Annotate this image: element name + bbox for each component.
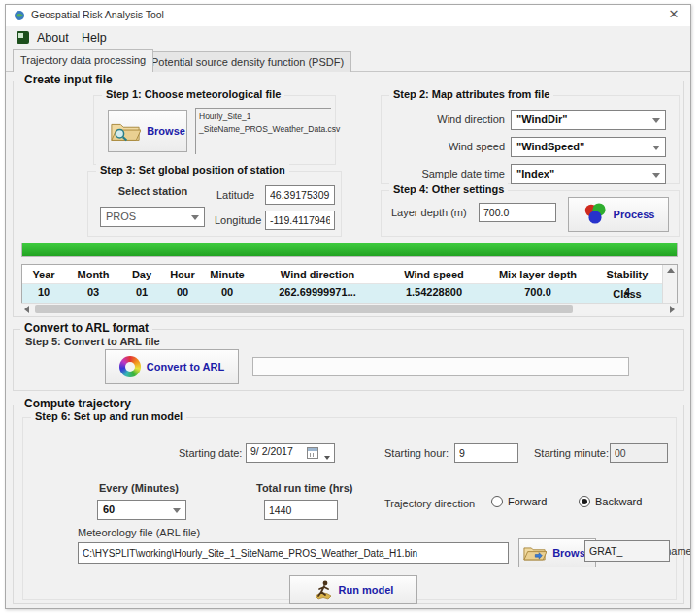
group-compute-trajectory: Compute trajectory Step 6: Set up and ru… [13,405,684,604]
calendar-icon [307,447,318,459]
run-model-button[interactable]: Run model [289,575,417,604]
forward-label: Forward [508,496,547,507]
step3-title: Step 3: Set global position of station [96,164,289,176]
starting-minute-field[interactable] [610,443,668,463]
step3-box: Step 3: Set global position of station S… [87,171,342,237]
cell: 03 [65,284,121,301]
wind-speed-value: "WindSpeed" [516,141,584,152]
sample-datetime-dropdown[interactable]: "Index" [511,164,666,184]
chevron-down-icon [173,508,181,513]
col-wind-speed[interactable]: Wind speed [383,265,484,283]
cell: 1.54228800 [383,284,484,301]
col-minute[interactable]: Minute [203,265,251,283]
scroll-right-icon [670,306,675,313]
col-year[interactable]: Year [22,265,65,283]
table-row[interactable]: 10 03 01 00 00 262.69999971... 1.5422880… [22,284,663,301]
col-day[interactable]: Day [121,265,162,283]
table-horizontal-scrollbar[interactable] [21,303,678,314]
starting-date-picker[interactable]: 9/ 2/2017 [246,443,335,463]
cell: 262.69999971... [251,284,383,301]
radio-backward[interactable]: Backward [579,496,642,507]
total-run-time-field[interactable] [264,500,338,520]
chevron-down-icon [324,456,330,460]
app-icon [14,10,25,21]
longitude-field[interactable] [265,211,335,230]
menu-bar: About Help [6,26,690,49]
trajectory-direction-label: Trajectory direction [384,498,475,509]
step6-box: Step 6: Set up and run model Starting da… [22,417,677,600]
group-convert-arl: Convert to ARL format Step 5: Convert to… [13,329,684,391]
browse-met-file-label: Browse [147,125,185,137]
tab-psdf[interactable]: Potential source density function (PSDF) [144,51,351,72]
total-run-time-label: Total run time (hrs) [256,482,352,494]
group-create-input-file: Create input file Step 1: Choose meteoro… [13,81,684,317]
cell: 4 [591,284,663,301]
process-spheres-icon [582,203,608,226]
met-arl-file-label: Meteorology file (ARL file) [78,527,200,538]
station-dropdown[interactable]: PROS [100,207,205,227]
every-minutes-value: 60 [103,503,115,515]
step1-box: Step 1: Choose meteorological file Brows… [93,95,336,165]
process-progress-fill [22,243,677,256]
chevron-down-icon [191,215,199,220]
scrollbar-thumb[interactable] [35,305,573,313]
every-minutes-label: Every (Minutes) [99,482,179,494]
starting-date-label: Starting date: [179,447,242,459]
col-mix-layer-depth[interactable]: Mix layer depth [484,265,591,283]
menu-about[interactable]: About [31,29,75,47]
col-wind-direction[interactable]: Wind direction [251,265,383,283]
wind-direction-label: Wind direction [382,113,505,125]
window-title: Geospatial Risk Analysis Tool [31,9,164,20]
tab-trajectory-data-processing[interactable]: Trajectory data processing [13,49,153,72]
chevron-down-icon [652,173,660,178]
col-hour[interactable]: Hour [162,265,203,283]
backward-label: Backward [595,496,642,507]
met-file-display: Hourly_Site_1 _SiteName_PROS_Weather_Dat… [195,108,331,154]
cell: 700.0 [484,284,591,301]
rainbow-ring-icon [119,356,141,377]
wind-direction-dropdown[interactable]: "WindDir" [511,110,666,130]
group-create-input-title: Create input file [20,73,116,86]
process-button[interactable]: Process [568,197,669,232]
group-compute-title: Compute trajectory [20,397,135,410]
process-progress-bar [21,243,678,257]
radio-forward[interactable]: Forward [491,496,547,507]
sample-datetime-label: Sample date time [382,168,505,179]
layer-depth-field[interactable] [479,203,556,222]
close-button[interactable]: ✕ [657,5,690,26]
met-file-line1: Hourly_Site_1 [199,111,328,123]
folder-search-icon [110,119,141,143]
cell: 00 [162,284,203,301]
convert-to-arl-button[interactable]: Convert to ARL [105,349,239,384]
station-value: PROS [106,211,136,222]
col-stability-class[interactable]: Stability Class [591,265,663,283]
browse-met-file-button[interactable]: Browse [108,110,187,152]
app-window: Geospatial Risk Analysis Tool ✕ About He… [5,4,691,609]
run-model-label: Run model [339,584,394,596]
runner-icon [314,579,333,600]
met-arl-file-field[interactable] [78,542,509,564]
select-station-label: Select station [102,185,204,197]
output-prefix-field[interactable] [584,540,670,562]
radio-dot-icon [579,496,590,507]
menu-help[interactable]: Help [76,29,113,47]
step4-title: Step 4: Other settings [389,183,508,195]
cell: 00 [203,284,251,301]
group-convert-title: Convert to ARL format [20,321,152,335]
sample-datetime-value: "Index" [516,168,554,179]
cell: 01 [121,284,162,301]
col-month[interactable]: Month [65,265,121,283]
latitude-field[interactable] [265,185,335,205]
scroll-up-icon [667,268,675,273]
step5-title: Step 5: Convert to ARL file [25,336,160,347]
longitude-label: Longitude [215,214,261,226]
wind-speed-dropdown[interactable]: "WindSpeed" [511,137,666,157]
starting-hour-field[interactable] [454,443,518,463]
scroll-left-icon [24,306,29,313]
every-minutes-dropdown[interactable]: 60 [97,500,186,520]
wind-speed-label: Wind speed [382,141,505,152]
folder-arrow-icon [523,544,547,562]
met-file-line2: _SiteName_PROS_Weather_Data.csv [199,123,328,136]
starting-date-value: 9/ 2/2017 [250,445,293,457]
convert-progress-bar [252,357,629,376]
